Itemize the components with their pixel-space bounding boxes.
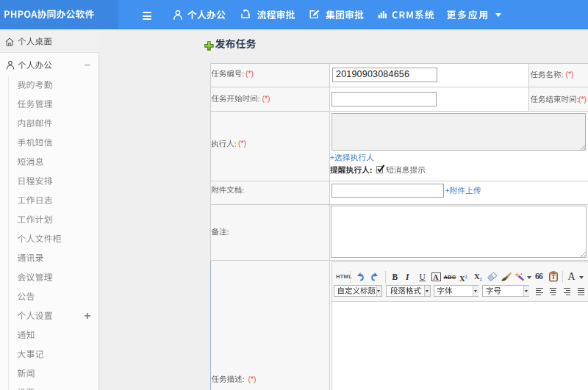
svg-text:T: T xyxy=(551,274,555,281)
